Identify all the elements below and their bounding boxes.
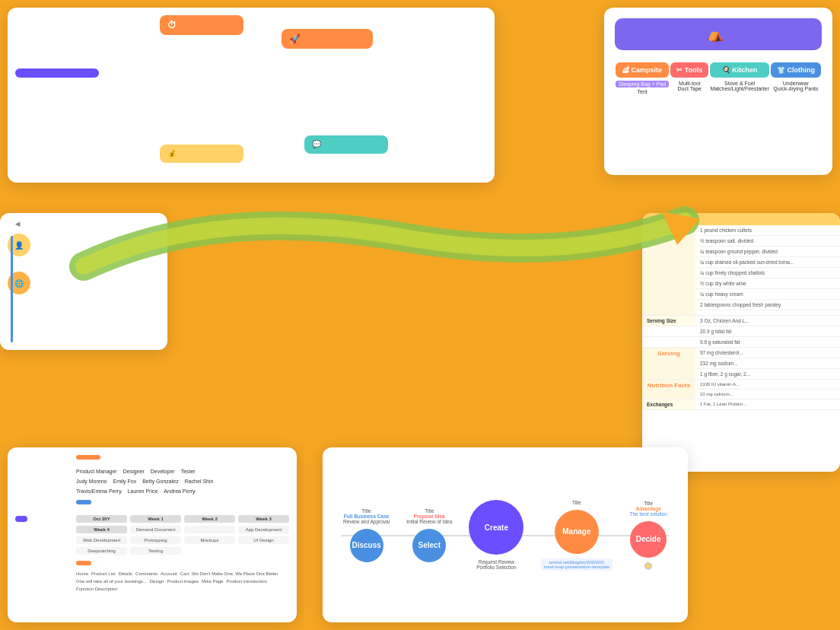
camping-cat-tools: ✂ Tools Multi-tool Duct Tape — [670, 62, 708, 94]
economy-line — [11, 236, 13, 342]
one-project-label — [15, 516, 27, 522]
circle-decide: Decide — [630, 521, 667, 558]
circle-manage-group: Title Manage amind.net/blog/en/2020/02/m… — [541, 500, 613, 571]
hero-section — [154, 221, 686, 259]
circle-discuss-group: TitleFull Business CaseReview and Approv… — [343, 508, 390, 562]
camping-cat-campsite: 🏕 Campsite Sleeping Bag + Pad Tent — [616, 62, 669, 94]
schedule-grid: Oct 20Y Week 1 Week 2 Week 3 Week 4 Dema… — [76, 515, 289, 555]
circle-discuss: Discuss — [350, 529, 383, 562]
hero-subtitle — [154, 234, 686, 259]
camping-cat-clothing: 👕 Clothing Underwear Quick-drying Pants — [771, 62, 821, 94]
biz-main-node — [15, 68, 99, 78]
circle-create-group: Create Request ReviewPortfolio Selection — [469, 500, 523, 570]
demands-items: HomeProduct ListDetailsComments AccountC… — [76, 571, 289, 591]
demands-header — [76, 561, 91, 565]
biz-node-comms: 💬 — [304, 135, 388, 154]
biz-node-maintain: ⏱ — [160, 15, 243, 35]
serving-size-row: Serving Size 3 Oz, Chicken And L... — [642, 316, 840, 326]
decide-label-above: TitleAdvantageThe best solution — [629, 501, 667, 517]
nutrition-row: Nutrition Facts 1330 IU vitamin A... — [642, 380, 840, 390]
camping-icon: ⛺ — [707, 26, 724, 43]
circle-select: Select — [412, 529, 446, 562]
biz-node-fuel: 🚀 — [282, 29, 373, 49]
manage-link: amind.net/blog/en/2020/02/mind-map-prese… — [541, 558, 613, 571]
campsite-label: 🏕 Campsite — [616, 62, 669, 78]
kitchen-label: 🍳 Kitchen — [710, 62, 768, 78]
card-members: Product Manager Designer Developer Teste… — [8, 447, 297, 622]
camping-cat-kitchen: 🍳 Kitchen Stove & Fuel Matches/Light/Fir… — [710, 62, 768, 94]
circle-select-group: TitlePropose IdeaInitial Review of Idea … — [406, 508, 452, 562]
camping-header: ⛺ — [615, 18, 822, 50]
circle-decide-group: TitleAdvantageThe best solution Decide — [629, 501, 667, 570]
members-row3: Travis/Emma Perry Lauren Price Andrea Pe… — [76, 488, 289, 494]
serving-label: Serving — [642, 348, 695, 380]
camping-categories: 🏕 Campsite Sleeping Bag + Pad Tent ✂ Too… — [615, 62, 822, 94]
card-circles: TitleFull Business CaseReview and Approv… — [323, 447, 688, 622]
circle-manage: Manage — [555, 510, 599, 554]
members-header — [76, 455, 100, 460]
discuss-label-above: TitleFull Business CaseReview and Approv… — [343, 508, 390, 524]
serving-row: Serving 97 mg cholesterol... — [642, 348, 840, 358]
members-row1: Product Manager Designer Developer Teste… — [76, 469, 289, 474]
schedule-header — [76, 500, 91, 504]
manage-label-above: Title — [572, 500, 581, 505]
members-row2: Judy Moreno Emily Fox Betty Gonzalez Rac… — [76, 479, 289, 484]
create-label-below: Request ReviewPortfolio Selection — [476, 559, 516, 570]
circle-create: Create — [469, 500, 523, 555]
card-business-plan: ⏱ 🚀 💰 💬 — [8, 8, 495, 183]
tools-label: ✂ Tools — [670, 62, 708, 78]
biz-node-financing: 💰 — [160, 145, 243, 163]
nutrition-label: Nutrition Facts — [642, 380, 695, 399]
clothing-label: 👕 Clothing — [771, 62, 821, 78]
exchanges-row: Exchanges 1 Fat, 1 Lean Protein... — [642, 399, 840, 410]
decide-dot — [644, 562, 652, 570]
card-camping: ⛺ 🏕 Campsite Sleeping Bag + Pad Tent ✂ T… — [604, 8, 832, 175]
select-label-above: TitlePropose IdeaInitial Review of Idea — [406, 508, 452, 524]
